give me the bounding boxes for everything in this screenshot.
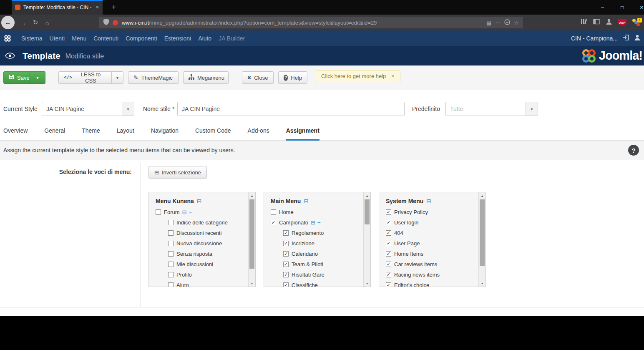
menu-item-checkbox[interactable]: ✓ [386,262,391,267]
scroll-down-icon[interactable]: ▼ [364,280,370,287]
account-icon[interactable] [606,18,612,27]
back-button[interactable]: ← [1,16,15,29]
collapse-branch-icon[interactable]: ⊟ [311,219,315,226]
menu-item-checkbox[interactable] [168,282,174,287]
scrollbar[interactable]: ▲ ▼ [248,192,255,287]
menu-item-checkbox[interactable]: ✓ [283,262,289,267]
menu-item-checkbox[interactable]: ✓ [283,251,289,257]
bookmark-star-icon[interactable]: ☆ [514,20,519,26]
thememagic-button[interactable]: ✎ ThemeMagic [128,71,179,84]
less-to-css-button[interactable]: </> LESS to CSS [58,71,112,84]
scroll-thumb[interactable] [365,199,370,224]
scrollbar[interactable]: ▲ ▼ [363,192,370,287]
site-identity-icon[interactable] [113,20,118,25]
tab-close-icon[interactable]: ✕ [96,5,99,10]
help-button[interactable]: ? Help [278,71,307,84]
menu-item-checkbox[interactable] [168,230,174,236]
menu-item-checkbox[interactable]: ✓ [386,241,391,246]
tooltip-close-icon[interactable]: ✕ [391,73,395,79]
scroll-up-icon[interactable]: ▲ [364,192,370,199]
menu-aiuto[interactable]: Aiuto [198,35,211,42]
inline-help-icon[interactable]: ? [628,145,639,156]
pocket-icon[interactable] [504,19,510,26]
home-button[interactable]: ⌂ [41,15,53,30]
tab-theme[interactable]: Theme [82,122,100,141]
library-icon[interactable] [581,18,587,27]
toggle-branch-icon[interactable]: − [189,209,192,215]
menu-item-checkbox[interactable]: ✓ [271,220,276,225]
preview-eye-icon[interactable] [5,53,15,59]
adblock-plus-icon[interactable]: ABP [618,19,626,26]
site-name-label[interactable]: CIN - Campiona... [571,35,618,42]
menu-item-checkbox[interactable]: ✓ [283,230,289,236]
tab-assignment[interactable]: Assignment [286,122,319,141]
tab-navigation[interactable]: Navigation [151,122,179,141]
collapse-all-icon[interactable]: ⊟ [197,198,202,204]
menu-item-checkbox[interactable]: ✓ [283,272,289,277]
sidebars-icon[interactable] [593,18,600,27]
current-style-select[interactable]: JA CIN Pagine ▾ [42,102,134,116]
close-window-button[interactable]: ✕ [632,0,644,15]
scrollbar[interactable]: ▲ ▼ [478,192,486,287]
menu-item-checkbox[interactable] [168,251,174,257]
scroll-down-icon[interactable]: ▼ [479,280,486,287]
new-tab-button[interactable]: + [108,0,120,15]
save-button[interactable]: Save [3,71,30,84]
less-to-css-dropdown-button[interactable]: ▾ [111,71,123,84]
menu-item-checkbox[interactable]: ✓ [386,282,391,287]
menu-item-checkbox[interactable]: ✓ [386,272,391,277]
address-bar[interactable]: www.i-cin.it/mmp_upgrade/administrator/i… [99,17,523,28]
minimize-button[interactable]: – [593,0,612,15]
collapse-all-icon[interactable]: ⊟ [304,198,309,204]
joomla-logo-icon[interactable] [4,35,11,42]
megamenu-button[interactable]: Megamenu [183,71,229,84]
menu-item-checkbox[interactable]: ✓ [386,220,391,225]
default-select[interactable]: Tutte ▾ [445,102,538,116]
tab-add-ons[interactable]: Add-ons [248,122,269,141]
tab-custom-code[interactable]: Custom Code [195,122,231,141]
menu-menu[interactable]: Menu [72,35,86,42]
menu-item-checkbox[interactable]: ✓ [386,251,391,257]
reader-mode-icon[interactable]: ▤ [486,20,491,26]
maximize-button[interactable]: □ [612,0,632,15]
scroll-up-icon[interactable]: ▲ [479,192,486,199]
style-name-input[interactable] [177,102,405,116]
menu-item-checkbox[interactable] [156,209,161,215]
tracking-protection-icon[interactable] [103,19,109,26]
page-actions-icon[interactable]: ⋯ [495,20,501,26]
menu-item-checkbox[interactable] [168,220,174,225]
menu-componenti[interactable]: Componenti [126,35,157,42]
reload-button[interactable]: ↻ [29,15,42,30]
scroll-thumb[interactable] [249,199,254,269]
tab-general[interactable]: General [44,122,65,141]
invert-selection-button[interactable]: ⊟ Inverti selezione [148,166,207,179]
scroll-up-icon[interactable]: ▲ [249,192,255,199]
menu-item-checkbox[interactable]: ✓ [283,241,289,246]
scroll-thumb[interactable] [480,199,485,266]
menu-item-checkbox[interactable] [271,209,276,215]
save-dropdown-button[interactable]: ▾ [30,71,45,84]
collapse-branch-icon[interactable]: ⊟ [182,209,187,215]
menu-contenuti[interactable]: Contenuti [93,35,118,42]
menu-item-checkbox[interactable]: ✓ [283,282,289,287]
tab-layout[interactable]: Layout [117,122,134,141]
close-button[interactable]: ✖ Close [242,71,274,84]
tab-overview[interactable]: Overview [3,122,28,141]
browser-tab[interactable]: Template: Modifica stile - CIN - ✕ [12,0,103,15]
forward-button[interactable]: → [17,15,29,30]
scroll-down-icon[interactable]: ▼ [249,280,255,287]
extension-icon[interactable]: ! [632,19,640,26]
user-icon[interactable] [634,34,641,43]
collapse-all-icon[interactable]: ⊟ [426,198,431,204]
menu-item-checkbox[interactable] [168,272,174,277]
menu-estensioni[interactable]: Estensioni [164,35,191,42]
menu-utenti[interactable]: Utenti [50,35,65,42]
toggle-branch-icon[interactable]: − [317,219,321,226]
menu-item-checkbox[interactable] [168,241,174,246]
menu-item-checkbox[interactable]: ✓ [386,230,391,236]
menu-item-checkbox[interactable]: ✓ [386,209,391,215]
menu-sistema[interactable]: Sistema [21,35,43,42]
menu-ja-builder[interactable]: JA Builder [219,35,245,42]
menu-item-checkbox[interactable] [168,262,174,267]
logout-icon[interactable] [623,35,629,42]
